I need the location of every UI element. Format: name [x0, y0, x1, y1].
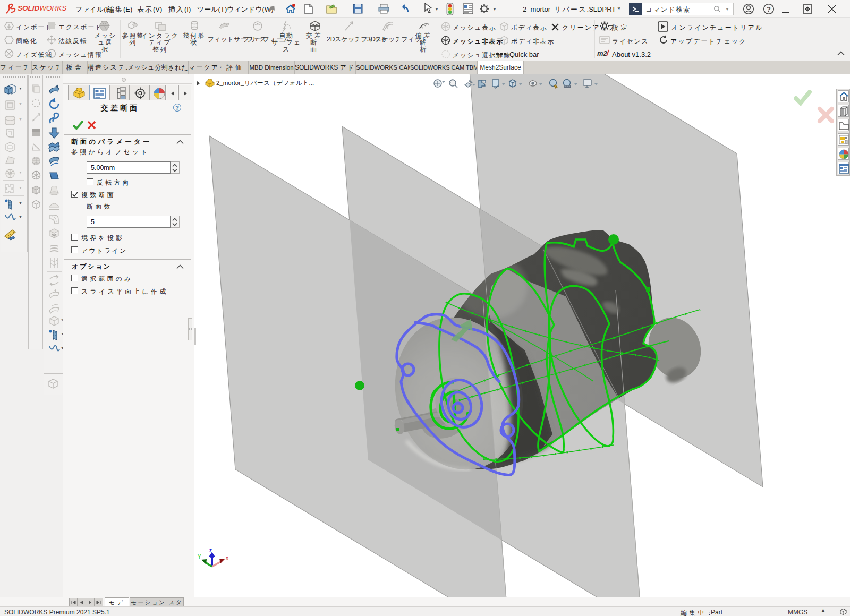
svg-text:Y: Y [198, 554, 201, 560]
svg-text:z: z [209, 547, 212, 553]
svg-text:x: x [226, 555, 228, 561]
